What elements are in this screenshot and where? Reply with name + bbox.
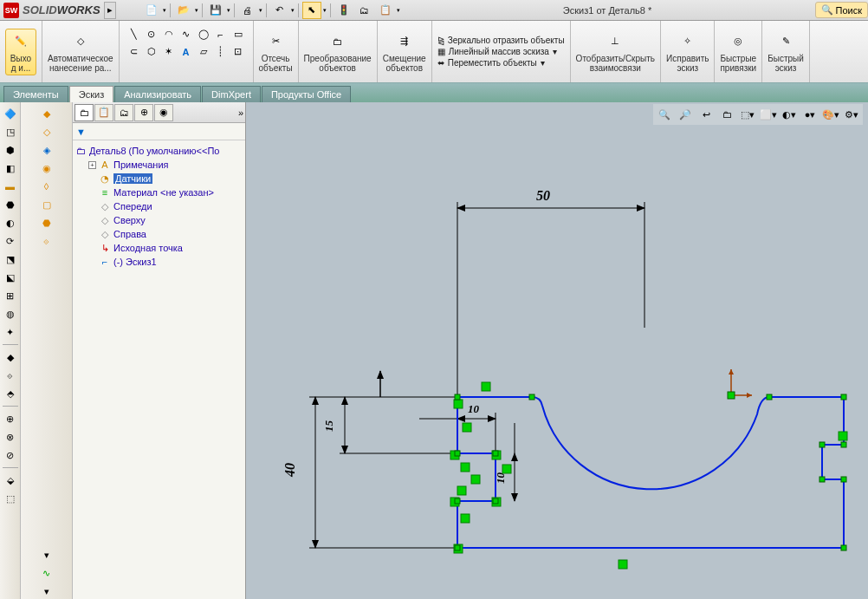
- tool-icon[interactable]: ✦: [3, 324, 18, 340]
- tree-item[interactable]: ≡Материал <не указан>: [74, 186, 243, 199]
- feat-icon[interactable]: ∿: [39, 565, 55, 581]
- construction-icon[interactable]: ⊡: [230, 44, 246, 60]
- new-icon[interactable]: 📄: [142, 2, 161, 19]
- ellipse-icon[interactable]: ◯: [196, 27, 211, 42]
- menu-arrow[interactable]: ▸: [104, 2, 116, 19]
- point-icon[interactable]: ✶: [161, 44, 177, 60]
- circle-icon[interactable]: ⊙: [144, 27, 159, 42]
- feat-icon[interactable]: ◊: [39, 179, 55, 194]
- tool-icon[interactable]: ⬘: [3, 386, 18, 401]
- tree-item[interactable]: +AПримечания: [74, 158, 243, 172]
- dimension-40[interactable]: 40: [282, 463, 297, 478]
- tool-icon[interactable]: ⬔: [3, 251, 18, 267]
- tool-icon[interactable]: ▬: [3, 179, 18, 194]
- open-icon[interactable]: 📂: [174, 2, 193, 19]
- filter-bar[interactable]: ▼: [73, 123, 245, 140]
- dimension-10h[interactable]: 10: [468, 402, 480, 415]
- fm-tab-tree[interactable]: 🗀: [74, 104, 94, 121]
- svg-rect-25: [471, 475, 480, 484]
- tool-icon[interactable]: ⊞: [3, 288, 18, 303]
- fm-tab-prop[interactable]: 📋: [94, 104, 113, 121]
- feat-icon[interactable]: ⟐: [39, 233, 55, 249]
- mirror-button[interactable]: ⧎Зеркально отразить объекты: [437, 36, 565, 45]
- graphics-area[interactable]: 🔍 🔎 ↩ 🗀 ⬚▾ ⬜▾ ◐▾ ●▾ 🎨▾ ⚙▾ 50: [246, 102, 868, 599]
- show-hide-button[interactable]: ⊥ Отобразить/Скрыть взаимосвязи: [576, 31, 655, 73]
- tool-icon[interactable]: ⬣: [3, 197, 18, 212]
- feat-icon[interactable]: ◉: [39, 160, 55, 176]
- tool-icon[interactable]: ⬕: [3, 270, 18, 285]
- tree-item-selected[interactable]: ◔Датчики: [74, 172, 243, 186]
- quick-snaps-button[interactable]: ◎ Быстрые привязки: [720, 31, 756, 73]
- tree-item[interactable]: ↳Исходная точка: [74, 241, 243, 255]
- tree-item[interactable]: ◇Справа: [74, 227, 243, 241]
- tool-icon[interactable]: ◆: [3, 349, 18, 365]
- feature-toolbar: ◆ ◇ ◈ ◉ ◊ ▢ ⬣ ⟐ ▾ ∿ ▾: [21, 102, 73, 599]
- rapid-sketch-button[interactable]: ✎ Быстрый эскиз: [768, 31, 804, 73]
- tab-evaluate[interactable]: Анализировать: [114, 86, 201, 102]
- tool-icon[interactable]: ⊕: [3, 411, 18, 426]
- centerline-icon[interactable]: ┊: [213, 44, 229, 60]
- smart-dimension-button[interactable]: ◇ Автоматическое нанесение ра...: [48, 31, 113, 73]
- feat-icon[interactable]: ◈: [39, 142, 55, 158]
- tool-icon[interactable]: ⬢: [3, 142, 18, 158]
- feat-icon[interactable]: ◆: [39, 106, 55, 121]
- rect-icon[interactable]: ▭: [230, 27, 246, 42]
- text-icon[interactable]: A: [178, 44, 194, 60]
- rebuild-icon[interactable]: 🚦: [334, 2, 353, 19]
- options-icon[interactable]: 🗂: [355, 2, 374, 19]
- tab-dimxpert[interactable]: DimXpert: [202, 86, 261, 102]
- settings-icon[interactable]: 📋: [376, 2, 395, 19]
- tree-item[interactable]: ◇Сверху: [74, 213, 243, 227]
- feat-icon[interactable]: ⬣: [39, 215, 55, 231]
- save-icon[interactable]: 💾: [206, 2, 225, 19]
- tab-office[interactable]: Продукты Office: [262, 86, 351, 102]
- tool-icon[interactable]: ⊘: [3, 447, 18, 463]
- tree-root[interactable]: 🗀Деталь8 (По умолчанию<<По: [74, 144, 243, 158]
- feat-icon[interactable]: ▾: [39, 583, 55, 599]
- tool-icon[interactable]: ⟳: [3, 233, 18, 249]
- slot-icon[interactable]: ⊂: [126, 44, 142, 60]
- tool-icon[interactable]: ◍: [3, 306, 18, 322]
- fillet-icon[interactable]: ⌐: [213, 27, 229, 42]
- repair-button[interactable]: ✧ Исправить эскиз: [666, 31, 709, 73]
- exit-sketch-icon: ✏️: [10, 31, 31, 52]
- tree-item[interactable]: ⌐(-) Эскиз1: [74, 255, 243, 269]
- print-icon[interactable]: 🖨: [238, 2, 257, 19]
- feat-icon[interactable]: ▢: [39, 197, 55, 212]
- tool-icon[interactable]: 🔷: [3, 106, 18, 121]
- tool-icon[interactable]: ⟐: [3, 368, 18, 383]
- repair-icon: ✧: [677, 31, 698, 52]
- feat-icon[interactable]: ◇: [39, 124, 55, 140]
- dimension-15[interactable]: 15: [322, 420, 335, 433]
- fm-tab-dim[interactable]: ⊕: [134, 104, 153, 121]
- trim-button[interactable]: ✂ Отсечь объекты: [259, 31, 293, 73]
- offset-button[interactable]: ⇶ Смещение объектов: [383, 31, 426, 73]
- tool-icon[interactable]: ◳: [3, 124, 18, 140]
- line-icon[interactable]: ╲: [126, 27, 142, 42]
- tool-icon[interactable]: ◐: [3, 215, 18, 231]
- fm-tab-disp[interactable]: ◉: [154, 104, 173, 121]
- fm-tab-config[interactable]: 🗂: [114, 104, 133, 121]
- move-button[interactable]: ⬌Переместить объекты ▾: [437, 58, 565, 68]
- undo-icon[interactable]: ↶: [270, 2, 289, 19]
- tab-sketch[interactable]: Эскиз: [69, 86, 113, 102]
- feat-icon[interactable]: ▾: [39, 547, 55, 563]
- spline-icon[interactable]: ∿: [178, 27, 194, 42]
- select-icon[interactable]: ⬉: [302, 2, 321, 19]
- panel-expand-icon[interactable]: »: [238, 107, 243, 118]
- plane-icon[interactable]: ▱: [196, 44, 211, 60]
- dimension-50[interactable]: 50: [536, 188, 550, 203]
- tool-icon[interactable]: ⬙: [3, 472, 18, 488]
- arc-icon[interactable]: ◠: [161, 27, 177, 42]
- sketch-origin-icon: [728, 369, 752, 399]
- polygon-icon[interactable]: ⬡: [144, 44, 159, 60]
- tool-icon[interactable]: ◧: [3, 160, 18, 176]
- convert-button[interactable]: 🗀 Преобразование объектов: [304, 31, 372, 73]
- search-button[interactable]: 🔍 Поиск: [815, 2, 868, 18]
- linear-pattern-button[interactable]: ▦Линейный массив эскиза ▾: [437, 47, 565, 56]
- exit-sketch-button[interactable]: ✏️ Выхо д и...: [5, 29, 36, 75]
- tool-icon[interactable]: ⬚: [3, 491, 18, 506]
- tree-item[interactable]: ◇Спереди: [74, 199, 243, 213]
- tab-features[interactable]: Элементы: [3, 86, 68, 102]
- tool-icon[interactable]: ⊗: [3, 429, 18, 445]
